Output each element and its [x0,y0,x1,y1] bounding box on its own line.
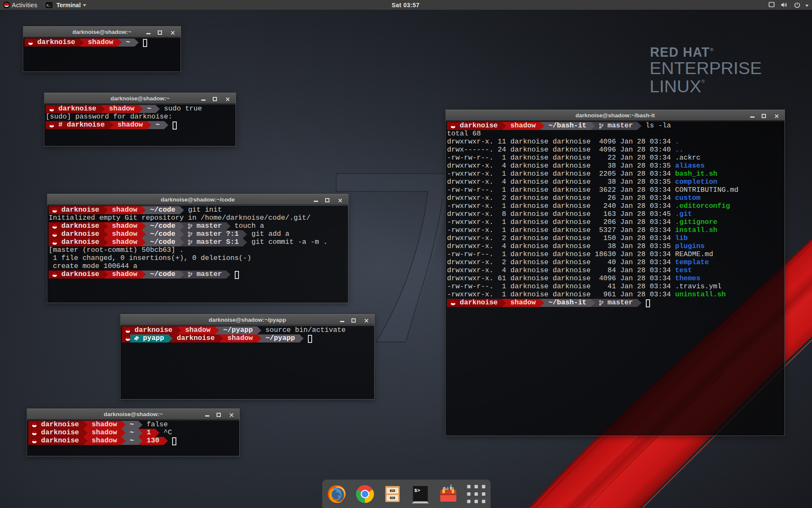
svg-text:LINUX®: LINUX® [650,76,705,96]
svg-text:$>: $> [414,488,420,493]
svg-text:RED HAT®: RED HAT® [650,45,714,59]
svg-text:>_: >_ [47,4,51,7]
svg-text:ENTERPRISE: ENTERPRISE [650,58,762,78]
